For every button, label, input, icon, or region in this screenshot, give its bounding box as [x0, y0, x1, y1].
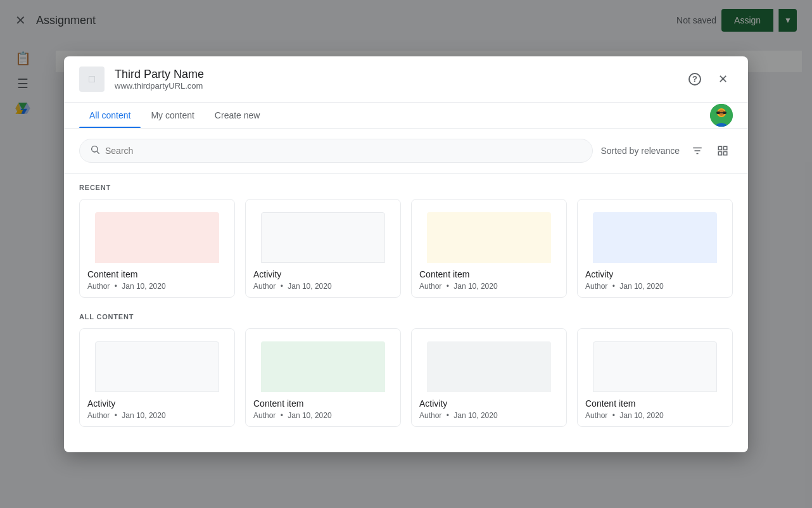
card-info-2: Activity Author • Jan 10, 2020: [246, 263, 400, 297]
card-name-4: Activity: [585, 269, 725, 279]
card-thumbnail-5: [80, 329, 234, 392]
content-card-2[interactable]: Activity Author • Jan 10, 2020: [245, 199, 401, 298]
card-meta-6: Author • Jan 10, 2020: [253, 411, 393, 420]
card-info-4: Activity Author • Jan 10, 2020: [578, 263, 732, 297]
card-name-6: Content item: [253, 398, 393, 409]
content-card-5[interactable]: Activity Author • Jan 10, 2020: [79, 328, 235, 427]
svg-rect-3: [716, 111, 720, 114]
tab-create-new[interactable]: Create new: [205, 103, 270, 128]
recent-section-label: RECENT: [79, 184, 733, 191]
sort-filter-button[interactable]: [687, 141, 707, 161]
content-card-7[interactable]: Activity Author • Jan 10, 2020: [411, 328, 567, 427]
card-name-2: Activity: [253, 269, 393, 279]
tab-my-content[interactable]: My content: [141, 103, 204, 128]
modal-header-info: Third Party Name www.thirdpartyURL.com: [115, 68, 675, 91]
card-name-8: Content item: [585, 398, 725, 409]
thumb-pink-1: [95, 212, 219, 263]
modal-title: Third Party Name: [115, 68, 675, 81]
grid-view-button[interactable]: [713, 141, 733, 161]
svg-rect-11: [718, 146, 721, 149]
thumb-light3-8: [593, 341, 716, 392]
card-info-1: Content item Author • Jan 10, 2020: [80, 263, 234, 297]
card-meta-3: Author • Jan 10, 2020: [419, 282, 559, 291]
modal-logo: □: [79, 67, 105, 92]
content-card-1[interactable]: Content item Author • Jan 10, 2020: [79, 199, 235, 298]
modal-url: www.thirdpartyURL.com: [115, 81, 675, 91]
content-card-3[interactable]: Content item Author • Jan 10, 2020: [411, 199, 567, 298]
card-meta-2: Author • Jan 10, 2020: [253, 282, 393, 291]
card-thumbnail-4: [578, 200, 732, 263]
card-thumbnail-1: [80, 200, 234, 263]
thumb-green-6: [261, 341, 384, 392]
modal-content-area: RECENT Content item Author • Jan 10, 202…: [64, 174, 748, 452]
recent-grid: Content item Author • Jan 10, 2020: [79, 199, 733, 298]
card-meta-4: Author • Jan 10, 2020: [585, 282, 725, 291]
card-thumbnail-7: [412, 329, 566, 392]
tab-all-content[interactable]: All content: [79, 103, 141, 128]
card-meta-8: Author • Jan 10, 2020: [585, 411, 725, 420]
card-meta-7: Author • Jan 10, 2020: [419, 411, 559, 420]
svg-rect-14: [724, 151, 727, 155]
card-info-3: Content item Author • Jan 10, 2020: [412, 263, 566, 297]
modal-close-button[interactable]: ✕: [713, 69, 733, 89]
modal-header: □ Third Party Name www.thirdpartyURL.com…: [64, 56, 748, 103]
content-card-6[interactable]: Content item Author • Jan 10, 2020: [245, 328, 401, 427]
card-info-8: Content item Author • Jan 10, 2020: [578, 392, 732, 426]
content-card-4[interactable]: Activity Author • Jan 10, 2020: [577, 199, 733, 298]
search-container[interactable]: [79, 139, 593, 163]
card-thumbnail-3: [412, 200, 566, 263]
modal-header-actions: ? ✕: [685, 69, 733, 89]
all-content-section-label: ALL CONTENT: [79, 313, 733, 321]
svg-point-6: [92, 146, 98, 151]
help-icon: ?: [688, 73, 701, 86]
thumb-blue-4: [593, 212, 716, 263]
search-icon: [90, 144, 100, 157]
card-meta-1: Author • Jan 10, 2020: [87, 282, 227, 291]
svg-rect-4: [723, 111, 726, 114]
help-button[interactable]: ?: [685, 69, 705, 89]
card-info-5: Activity Author • Jan 10, 2020: [80, 392, 234, 426]
card-thumbnail-2: [246, 200, 400, 263]
logo-placeholder: □: [89, 73, 95, 85]
sort-actions: [687, 141, 733, 161]
card-name-1: Content item: [87, 269, 227, 279]
card-info-7: Activity Author • Jan 10, 2020: [412, 392, 566, 426]
modal-tabs: All content My content Create new: [64, 103, 748, 129]
card-meta-5: Author • Jan 10, 2020: [87, 411, 227, 420]
card-thumbnail-6: [246, 329, 400, 392]
svg-rect-12: [724, 146, 727, 149]
user-avatar[interactable]: [710, 104, 733, 127]
thumb-light-5: [95, 341, 219, 392]
content-card-8[interactable]: Content item Author • Jan 10, 2020: [577, 328, 733, 427]
svg-rect-13: [718, 151, 721, 155]
search-input[interactable]: [105, 146, 582, 156]
modal-overlay: □ Third Party Name www.thirdpartyURL.com…: [0, 0, 812, 508]
card-thumbnail-8: [578, 329, 732, 392]
card-name-7: Activity: [419, 398, 559, 409]
avatar-image: [710, 104, 733, 127]
modal-dialog: □ Third Party Name www.thirdpartyURL.com…: [64, 56, 748, 452]
modal-search-bar: Sorted by relevance: [64, 129, 748, 174]
sort-label: Sorted by relevance: [600, 146, 680, 156]
thumb-light2-7: [427, 341, 550, 392]
card-name-5: Activity: [87, 398, 227, 409]
modal-close-icon: ✕: [718, 72, 728, 86]
all-content-grid: Activity Author • Jan 10, 2020 Cont: [79, 328, 733, 427]
thumb-white-2: [261, 212, 384, 263]
svg-line-7: [97, 151, 99, 154]
thumb-yellow-3: [427, 212, 550, 263]
card-name-3: Content item: [419, 269, 559, 279]
card-info-6: Content item Author • Jan 10, 2020: [246, 392, 400, 426]
